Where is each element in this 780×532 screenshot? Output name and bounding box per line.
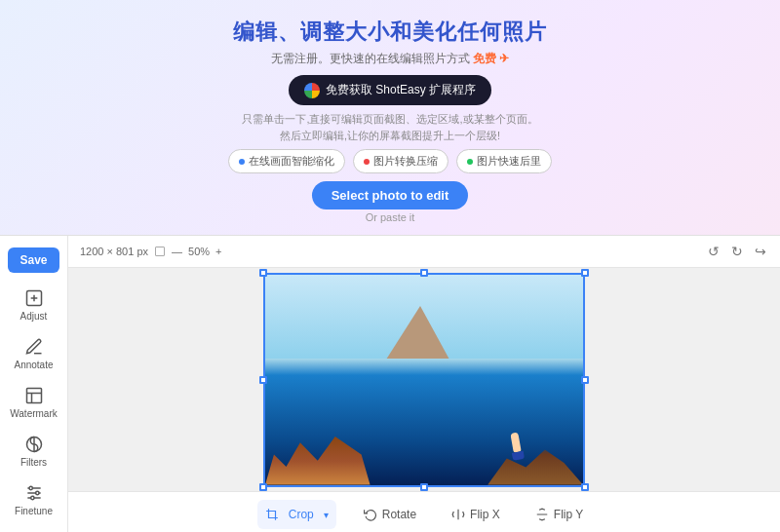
filters-icon <box>24 435 44 454</box>
sidebar: Save Adjust Annotate Watermark <box>0 236 68 532</box>
toolbar-right: ↺ ↻ ↪ <box>706 242 768 261</box>
crop-button[interactable]: Crop <box>281 504 322 525</box>
svg-rect-13 <box>156 247 165 256</box>
image-container <box>263 273 585 487</box>
sidebar-item-filters[interactable]: Filters <box>0 427 67 475</box>
free-badge: 免费 ✈ <box>473 52 509 65</box>
svg-point-8 <box>29 486 32 489</box>
dimensions-icon <box>154 246 166 257</box>
toolbar-left: 1200 × 801 px — 50% + <box>80 246 222 257</box>
feature-buttons: 在线画面智能缩化 图片转换压缩 图片快速后里 <box>0 149 780 173</box>
crop-handle-mr[interactable] <box>581 376 589 384</box>
chrome-icon <box>304 83 320 98</box>
crop-handle-tr[interactable] <box>581 269 589 277</box>
photo-display <box>263 273 585 487</box>
underwater <box>265 375 583 484</box>
zoom-plus: + <box>215 246 221 257</box>
svg-point-9 <box>35 491 38 494</box>
rotate-button[interactable]: Rotate <box>356 504 424 525</box>
editor-main: 1200 × 801 px — 50% + ↺ ↻ ↪ <box>68 236 780 532</box>
crop-dropdown-arrow[interactable]: ▾ <box>324 510 329 520</box>
watermark-icon <box>24 386 44 405</box>
redo-button[interactable]: ↻ <box>729 242 745 261</box>
canvas-area[interactable] <box>68 268 780 491</box>
sidebar-item-finetune[interactable]: Finetune <box>0 475 67 524</box>
feature-btn-convert[interactable]: 图片转换压缩 <box>353 149 448 173</box>
crop-handle-bl[interactable] <box>259 483 267 491</box>
water-surface <box>265 359 583 375</box>
svg-rect-3 <box>26 389 41 403</box>
flip-x-button[interactable]: Flip X <box>444 504 508 525</box>
bottom-toolbar: Crop ▾ Rotate Flip X Flip <box>68 491 780 532</box>
svg-point-10 <box>30 496 33 499</box>
save-button[interactable]: Save <box>8 247 59 273</box>
coral-right <box>488 441 583 485</box>
flip-y-button[interactable]: Flip Y <box>527 504 591 525</box>
annotate-icon <box>24 337 44 357</box>
crop-handle-bm[interactable] <box>420 483 428 491</box>
select-photo-button[interactable]: Select photo to edit <box>312 181 469 209</box>
sidebar-item-adjust[interactable]: Adjust <box>0 281 67 329</box>
rotate-icon <box>364 508 377 521</box>
crop-handle-ml[interactable] <box>259 376 267 384</box>
dot-green <box>467 159 473 165</box>
editor-toolbar: 1200 × 801 px — 50% + ↺ ↻ ↪ <box>68 236 780 268</box>
image-dimensions: 1200 × 801 px <box>80 246 148 257</box>
finetune-icon <box>24 483 44 503</box>
redo2-button[interactable]: ↪ <box>753 242 768 261</box>
zoom-minus: — <box>172 246 182 257</box>
page-title: 编辑、调整大小和美化任何照片 <box>0 18 780 47</box>
or-paste-text: Or paste it <box>0 211 780 223</box>
sidebar-item-resize[interactable]: Resize <box>0 524 67 532</box>
feature-btn-bg-remove[interactable]: 在线画面智能缩化 <box>228 149 345 173</box>
flip-x-icon <box>451 508 465 521</box>
crop-btn-wrapper: Crop ▾ <box>257 500 336 529</box>
photo-scene <box>265 275 583 485</box>
zoom-level: 50% <box>188 246 210 257</box>
dot-red <box>364 159 370 165</box>
diver <box>510 432 521 452</box>
adjust-icon <box>24 288 44 308</box>
install-desc: 只需单击一下,直接可编辑页面截图、选定区域,或某整个页面。 然后立即编辑,让你的… <box>0 111 780 143</box>
sidebar-item-watermark[interactable]: Watermark <box>0 378 67 427</box>
undo-button[interactable]: ↺ <box>706 242 722 261</box>
feature-btn-quick[interactable]: 图片快速后里 <box>456 149 552 173</box>
mountain <box>386 306 449 360</box>
crop-handle-tl[interactable] <box>259 269 267 277</box>
dot-blue <box>239 159 245 165</box>
editor-container: Save Adjust Annotate Watermark <box>0 235 780 532</box>
crop-handle-tm[interactable] <box>420 269 428 277</box>
coral-left <box>265 425 440 485</box>
header-section: 编辑、调整大小和美化任何照片 无需注册。更快速的在线编辑照片方式 免费 ✈ 免费… <box>0 0 780 235</box>
sidebar-item-annotate[interactable]: Annotate <box>0 329 67 378</box>
extension-button[interactable]: 免费获取 ShotEasy 扩展程序 <box>289 75 491 105</box>
subtitle: 无需注册。更快速的在线编辑照片方式 免费 ✈ <box>0 51 780 67</box>
crop-handle-br[interactable] <box>581 483 589 491</box>
flip-y-icon <box>535 508 549 521</box>
crop-icon <box>265 508 279 521</box>
